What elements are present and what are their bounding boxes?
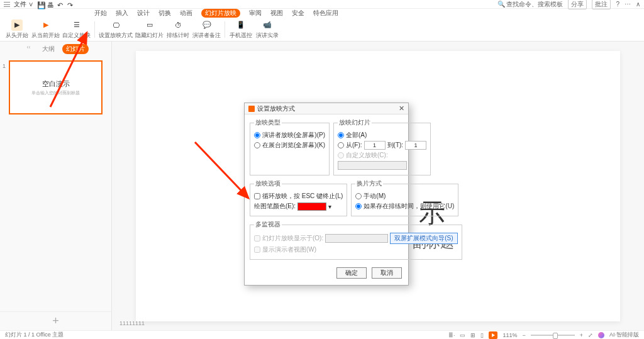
spinner-to[interactable]: 1 bbox=[405, 141, 426, 150]
menu-view[interactable]: 视图 bbox=[270, 9, 283, 18]
notes-button[interactable]: 批注 bbox=[592, 0, 611, 9]
play-button[interactable] bbox=[489, 331, 497, 339]
group-show-type: 放映类型 演讲者放映(全屏幕)(P) 在展台浏览(全屏幕)(K) bbox=[250, 118, 330, 175]
group-advance-slides: 换片方式 手动(M) 如果存在排练时间，则使用它(U) bbox=[351, 179, 458, 216]
spinner-from[interactable]: 1 bbox=[364, 141, 386, 150]
dropdown-monitor bbox=[325, 234, 388, 243]
dialog-app-icon bbox=[248, 106, 255, 112]
view-notes-icon[interactable]: ≣· bbox=[448, 332, 455, 338]
zoom-slider[interactable] bbox=[531, 335, 575, 336]
redo-icon[interactable]: ↷ bbox=[67, 1, 74, 8]
menu-start[interactable]: 开始 bbox=[94, 9, 107, 18]
group-show-slides: 放映幻灯片 全部(A) 从(F): 1 到(T): 1 自定义放映(C): bbox=[333, 118, 431, 175]
ribbon-record[interactable]: 📹演讲实录 bbox=[255, 19, 279, 40]
ok-button[interactable]: 确定 bbox=[336, 267, 367, 279]
panel-collapse-icon[interactable]: ‹‹ bbox=[23, 44, 35, 54]
radio-custom-show: 自定义放映(C): bbox=[338, 151, 426, 160]
menu-insert[interactable]: 插入 bbox=[116, 9, 128, 18]
monitor-display-row: 幻灯片放映显示于(O): 双屏扩展模式向导(S) bbox=[254, 233, 458, 244]
ribbon-setup-show[interactable]: 🖵设置放映方式 bbox=[99, 19, 133, 40]
menu-security[interactable]: 安全 bbox=[292, 9, 304, 18]
tab-outline[interactable]: 大纲 bbox=[38, 44, 58, 54]
ribbon-rehearse[interactable]: ⏱排练计时 bbox=[166, 19, 190, 40]
pen-color-row: 绘图笔颜色(E): ▾ bbox=[254, 202, 343, 211]
add-slide-button[interactable]: + bbox=[0, 311, 111, 330]
ribbon-hide-slide[interactable]: ▭隐藏幻灯片 bbox=[135, 19, 164, 40]
fit-icon[interactable]: ⤢ bbox=[588, 332, 593, 338]
radio-all-slides[interactable]: 全部(A) bbox=[338, 131, 426, 140]
slide-panel: ‹‹ 大纲 幻灯片 1 空白演示 单击输入您的封面副标题 + bbox=[0, 42, 112, 330]
menu-review[interactable]: 审阅 bbox=[249, 9, 262, 18]
save-icon[interactable]: 💾 bbox=[37, 1, 43, 8]
print-icon[interactable]: 🖶 bbox=[47, 1, 53, 8]
view-normal-icon[interactable]: ▭ bbox=[460, 332, 465, 338]
ribbon: ▶从头开始 ▶从当前开始 ☰自定义放映 🖵设置放映方式 ▭隐藏幻灯片 ⏱排练计时… bbox=[0, 18, 644, 42]
radio-kiosk[interactable]: 在展台浏览(全屏幕)(K) bbox=[254, 141, 325, 150]
dialog-title: 设置放映方式 bbox=[257, 104, 295, 113]
ribbon-phone-remote[interactable]: 📱手机遥控 bbox=[229, 19, 253, 40]
dual-screen-wizard-button[interactable]: 双屏扩展模式向导(S) bbox=[390, 233, 457, 244]
cancel-button[interactable]: 取消 bbox=[372, 267, 402, 279]
file-menu[interactable]: 文件 ∨ bbox=[14, 0, 33, 9]
ribbon-from-beginning[interactable]: ▶从头开始 bbox=[5, 19, 29, 40]
thumb-subtitle: 单击输入您的封面副标题 bbox=[31, 90, 80, 96]
menu-bar: 开始 插入 设计 切换 动画 幻灯片放映 审阅 视图 安全 特色应用 bbox=[0, 9, 644, 18]
setup-slideshow-dialog: 设置放映方式 ✕ 放映类型 演讲者放映(全屏幕)(P) 在展台浏览(全屏幕)(K… bbox=[244, 103, 409, 286]
menu-slideshow[interactable]: 幻灯片放映 bbox=[201, 9, 240, 18]
share-button[interactable]: 分享 bbox=[568, 0, 587, 9]
ribbon-from-current[interactable]: ▶从当前开始 bbox=[31, 19, 60, 40]
group-monitors: 多监视器 幻灯片放映显示于(O): 双屏扩展模式向导(S) 显示演示者视图(W) bbox=[250, 220, 462, 260]
menu-animation[interactable]: 动画 bbox=[180, 9, 192, 18]
hamburger-icon[interactable] bbox=[4, 2, 10, 7]
menu-addons[interactable]: 特色应用 bbox=[313, 9, 338, 18]
thumb-title: 空白演示 bbox=[42, 79, 70, 89]
radio-slide-range[interactable]: 从(F): 1 到(T): 1 bbox=[338, 141, 426, 150]
menu-design[interactable]: 设计 bbox=[137, 9, 150, 18]
view-reading-icon[interactable]: ▯ bbox=[480, 332, 484, 338]
pen-color-picker[interactable] bbox=[297, 203, 326, 211]
ribbon-speaker-notes[interactable]: 💬演讲者备注 bbox=[192, 19, 221, 40]
search-box[interactable]: 🔍 查找命令、搜索模板 bbox=[497, 0, 564, 9]
dropdown-icon[interactable]: ▾ bbox=[328, 203, 331, 210]
notes-placeholder[interactable]: 11111111 bbox=[119, 320, 145, 326]
ribbon-custom-show[interactable]: ☰自定义放映 bbox=[62, 19, 91, 40]
group-show-options: 放映选项 循环放映，按 ESC 键终止(L) 绘图笔颜色(E): ▾ bbox=[250, 179, 347, 216]
dropdown-custom-show bbox=[338, 161, 407, 170]
radio-manual[interactable]: 手动(M) bbox=[355, 192, 454, 201]
dialog-close-button[interactable]: ✕ bbox=[399, 104, 404, 113]
zoom-value[interactable]: 111% bbox=[502, 332, 517, 338]
tab-slides[interactable]: 幻灯片 bbox=[62, 44, 89, 54]
title-bar: 文件 ∨ 💾 🖶 ↶ ↷ 🔍 查找命令、搜索模板 分享 批注 ? ⋯ ∧ bbox=[0, 0, 644, 9]
undo-icon[interactable]: ↶ bbox=[57, 1, 64, 8]
ai-dot-icon bbox=[598, 332, 604, 338]
view-sorter-icon[interactable]: ⊞ bbox=[470, 332, 475, 338]
radio-presenter[interactable]: 演讲者放映(全屏幕)(P) bbox=[254, 131, 325, 140]
radio-use-timings[interactable]: 如果存在排练时间，则使用它(U) bbox=[355, 202, 454, 211]
thumb-number: 1 bbox=[3, 63, 6, 69]
checkbox-loop[interactable]: 循环放映，按 ESC 键终止(L) bbox=[254, 192, 343, 201]
checkbox-presenter-view: 显示演示者视图(W) bbox=[254, 245, 458, 254]
status-slide-info: 幻灯片 1 / 1 Office 主题 bbox=[5, 331, 64, 339]
more-icon[interactable]: ⋯ bbox=[625, 1, 631, 8]
help-icon[interactable]: ? bbox=[616, 1, 619, 8]
slide-thumbnail-1[interactable]: 1 空白演示 单击输入您的封面副标题 bbox=[9, 60, 103, 114]
ai-layout-button[interactable]: AI·智能排版 bbox=[609, 331, 639, 339]
status-bar: 幻灯片 1 / 1 Office 主题 ≣· ▭ ⊞ ▯ 111% −+ ⤢ A… bbox=[0, 330, 644, 339]
dialog-titlebar[interactable]: 设置放映方式 ✕ bbox=[245, 103, 408, 114]
menu-transition[interactable]: 切换 bbox=[158, 9, 171, 18]
chevron-down-icon[interactable]: ∧ bbox=[636, 1, 640, 8]
